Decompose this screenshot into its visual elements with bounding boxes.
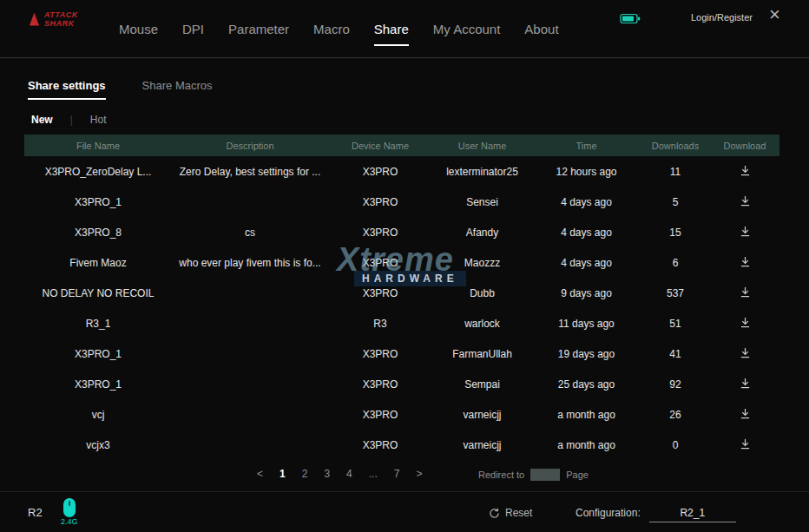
col-device-name: Device Name (328, 141, 432, 151)
cell-description: Zero Delay, best settings for ... (172, 166, 328, 178)
tab-share-macros[interactable]: Share Macros (142, 79, 213, 100)
cell-user-name: varneicjj (432, 409, 532, 421)
table-row: X3PRO_1X3PROFarmanUllah19 days ago41 (24, 338, 779, 369)
table-row: NO DELAY NO RECOILX3PRODubb9 days ago537 (24, 278, 779, 308)
page-prev[interactable]: < (257, 468, 263, 480)
cell-description: who ever play fivem this is fo... (172, 257, 328, 269)
cell-downloads: 15 (641, 227, 710, 239)
col-time: Time (532, 141, 641, 151)
cell-download (710, 165, 779, 179)
close-button[interactable]: × (769, 5, 780, 24)
download-icon[interactable] (740, 256, 751, 267)
cell-time: 19 days ago (532, 348, 641, 360)
mouse-icon (62, 497, 76, 518)
page-7[interactable]: 7 (394, 468, 400, 480)
cell-description: cs (172, 227, 328, 239)
cell-downloads: 92 (641, 378, 710, 391)
nav-my-account[interactable]: My Account (433, 18, 501, 40)
cell-file-name: X3PRO_8 (24, 227, 172, 239)
download-icon[interactable] (740, 317, 751, 328)
filter-hot[interactable]: Hot (90, 114, 107, 126)
redirect-page-input[interactable] (530, 469, 560, 481)
nav-dpi[interactable]: DPI (182, 18, 204, 40)
cell-user-name: Sempai (432, 378, 532, 391)
download-icon[interactable] (740, 347, 751, 358)
download-icon[interactable] (740, 378, 751, 389)
page-4[interactable]: 4 (346, 468, 352, 480)
connected-mouse-widget[interactable]: 2.4G (61, 497, 78, 526)
cell-file-name: X3PRO_ZeroDelay L... (24, 166, 172, 178)
cell-downloads: 0 (641, 439, 710, 451)
page-1[interactable]: 1 (280, 468, 286, 480)
download-icon[interactable] (740, 226, 751, 237)
download-icon[interactable] (740, 195, 751, 207)
col-description: Description (172, 141, 328, 151)
nav-about[interactable]: About (524, 18, 558, 40)
cell-downloads: 537 (641, 287, 710, 299)
cell-download (710, 378, 779, 391)
tab-share-settings[interactable]: Share settings (28, 79, 106, 100)
cell-device-name: X3PRO (328, 166, 432, 178)
col-downloads: Downloads (641, 141, 710, 151)
cell-download (710, 286, 779, 300)
download-icon[interactable] (740, 286, 751, 298)
reset-icon (489, 508, 500, 519)
app-window: ATTACK SHARK Mouse DPI Parameter Macro S… (0, 0, 809, 532)
cell-time: a month ago (532, 439, 641, 451)
page-2[interactable]: 2 (302, 468, 308, 480)
cell-device-name: X3PRO (328, 409, 432, 421)
download-icon[interactable] (740, 438, 751, 450)
cell-device-name: X3PRO (328, 257, 432, 269)
status-bar: R2 2.4G Reset Configuration: R2_1 (0, 491, 809, 532)
cell-device-name: X3PRO (328, 196, 432, 208)
cell-user-name: warlock (432, 318, 532, 330)
connection-type-label: 2.4G (61, 517, 78, 526)
cell-device-name: R3 (328, 318, 432, 330)
configuration-label: Configuration: (576, 507, 641, 519)
configuration-value[interactable]: R2_1 (649, 507, 736, 522)
col-file-name: File Name (24, 141, 172, 151)
cell-file-name: R3_1 (24, 318, 172, 330)
brand-logo: ATTACK SHARK (28, 10, 86, 29)
nav-share[interactable]: Share (374, 18, 409, 40)
cell-downloads: 51 (641, 318, 710, 330)
download-icon[interactable] (740, 165, 751, 176)
cell-device-name: X3PRO (328, 227, 432, 239)
cell-file-name: X3PRO_1 (24, 348, 172, 360)
page-ellipsis: ... (369, 468, 378, 480)
cell-download (710, 347, 779, 361)
table-row: vcjx3X3PROvarneicjja month ago0 (24, 430, 779, 460)
cell-time: 4 days ago (532, 257, 641, 269)
cell-time: 12 hours ago (532, 166, 641, 178)
cell-download (710, 226, 779, 240)
top-bar: ATTACK SHARK Mouse DPI Parameter Macro S… (0, 0, 809, 58)
nav-parameter[interactable]: Parameter (228, 18, 289, 40)
cell-time: a month ago (532, 409, 641, 421)
cell-download (710, 317, 779, 331)
redirect-control: Redirect to Page (478, 469, 589, 481)
filter-new[interactable]: New (31, 114, 53, 126)
table-row: vcjX3PROvarneicjja month ago26 (24, 399, 779, 430)
table-header: File Name Description Device Name User N… (24, 135, 779, 156)
cell-download (710, 438, 779, 452)
cell-user-name: FarmanUllah (432, 348, 532, 360)
download-icon[interactable] (740, 408, 751, 419)
sort-filters: New | Hot (31, 114, 107, 126)
nav-macro[interactable]: Macro (313, 18, 350, 40)
table-row: R3_1R3warlock11 days ago51 (24, 308, 779, 338)
cell-time: 11 days ago (532, 318, 641, 330)
cell-time: 4 days ago (532, 196, 641, 208)
nav-mouse[interactable]: Mouse (119, 18, 158, 40)
reset-button[interactable]: Reset (489, 507, 532, 519)
cell-download (710, 256, 779, 270)
pagination: < 1 2 3 4 ... 7 > (257, 468, 422, 480)
cell-user-name: Maozzz (432, 257, 532, 269)
page-label: Page (566, 470, 589, 480)
login-register-link[interactable]: Login/Register (691, 12, 753, 23)
cell-file-name: X3PRO_1 (24, 196, 172, 208)
page-3[interactable]: 3 (324, 468, 330, 480)
cell-file-name: vcj (24, 409, 172, 421)
cell-file-name: Fivem Maoz (24, 257, 172, 269)
table-row: X3PRO_8csX3PROAfandy4 days ago15 (24, 217, 779, 247)
page-next[interactable]: > (416, 468, 422, 480)
